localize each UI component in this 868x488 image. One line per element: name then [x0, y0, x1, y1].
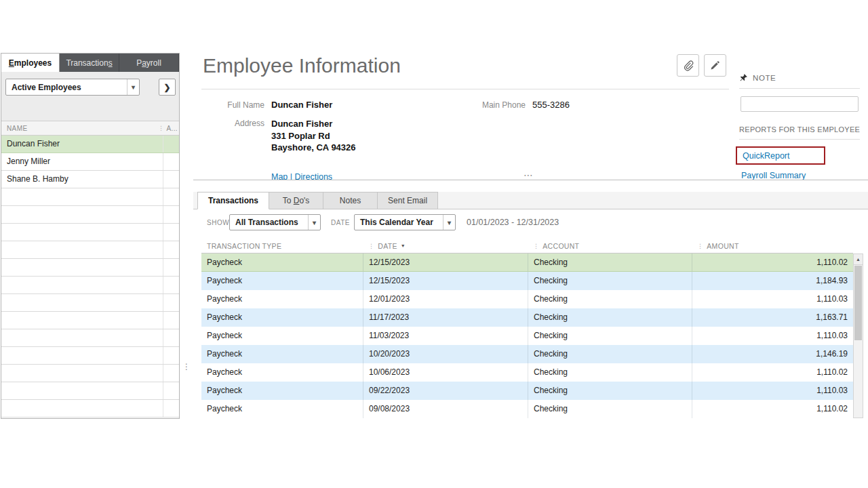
note-input[interactable] — [741, 96, 859, 112]
name-column-header[interactable]: NAME — [1, 125, 28, 132]
tx-cell-account[interactable]: Checking — [528, 345, 692, 363]
tx-cell-amount[interactable]: 1,110.03 — [692, 382, 853, 400]
table-row[interactable]: Paycheck12/15/2023Checking1,184.93 — [201, 272, 853, 290]
tx-cell-type[interactable]: Paycheck — [201, 308, 363, 327]
sidebar-tab-employees[interactable]: Employees — [1, 54, 60, 72]
list-item[interactable]: Shane B. Hamby — [1, 171, 179, 188]
triangle-up-icon: ▲ — [856, 257, 861, 262]
tx-cell-date[interactable]: 09/08/2023 — [363, 400, 528, 418]
date-range-text: 01/01/2023 - 12/31/2023 — [467, 218, 559, 227]
list-item-empty[interactable] — [1, 347, 179, 365]
tx-cell-amount[interactable]: 1,110.02 — [692, 400, 853, 418]
tx-cell-type[interactable]: Paycheck — [201, 290, 363, 308]
tab-sent-email[interactable]: Sent Email — [378, 192, 438, 209]
tx-cell-type[interactable]: Paycheck — [201, 363, 363, 382]
list-item-empty[interactable] — [1, 329, 179, 347]
expand-panel-button[interactable]: ❯ — [159, 79, 176, 96]
payroll-summary-link[interactable]: Payroll Summary — [741, 171, 806, 180]
scroll-up-button[interactable]: ▲ — [854, 254, 863, 265]
tx-cell-date[interactable]: 09/22/2023 — [363, 382, 528, 400]
tx-cell-date[interactable]: 11/03/2023 — [363, 327, 528, 345]
tab-notes[interactable]: Notes — [323, 192, 378, 209]
tx-cell-type[interactable]: Paycheck — [201, 327, 363, 345]
list-item-empty[interactable] — [1, 277, 179, 294]
list-item-empty[interactable] — [1, 382, 179, 400]
tx-cell-type[interactable]: Paycheck — [201, 382, 363, 400]
list-item-empty[interactable] — [1, 241, 179, 259]
tab-transactions[interactable]: Transactions — [197, 192, 269, 209]
list-item-empty[interactable] — [1, 312, 179, 329]
caret-down-icon: ▾ — [443, 215, 455, 230]
tx-cell-amount[interactable]: 1,163.71 — [692, 308, 853, 327]
list-item-empty[interactable] — [1, 259, 179, 277]
tx-cell-type[interactable]: Paycheck — [201, 345, 363, 363]
tx-cell-amount[interactable]: 1,184.93 — [692, 272, 853, 290]
tx-cell-type[interactable]: Paycheck — [201, 253, 363, 271]
tx-cell-date[interactable]: 11/17/2023 — [363, 308, 528, 327]
quickreport-link[interactable]: QuickReport — [743, 151, 789, 161]
tx-cell-type[interactable]: Paycheck — [201, 400, 363, 418]
list-item-empty[interactable] — [1, 365, 179, 382]
tx-cell-account[interactable]: Checking — [528, 382, 692, 400]
tx-cell-date[interactable]: 12/15/2023 — [363, 272, 528, 290]
address-line: Bayshore, CA 94326 — [271, 142, 356, 154]
table-row[interactable]: Paycheck11/03/2023Checking1,110.03 — [201, 327, 853, 345]
column-separator-icon[interactable]: ⋮ — [158, 121, 164, 136]
list-item-empty[interactable] — [1, 400, 179, 418]
tx-cell-account[interactable]: Checking — [528, 272, 692, 290]
edit-employee-button[interactable] — [704, 54, 726, 77]
list-item[interactable]: Duncan Fisher — [1, 136, 179, 153]
tx-cell-account[interactable]: Checking — [528, 400, 692, 418]
tx-cell-amount[interactable]: 1,110.02 — [692, 363, 853, 382]
tx-cell-account[interactable]: Checking — [528, 253, 692, 271]
date-filter-dropdown[interactable]: This Calendar Year ▾ — [354, 214, 456, 230]
column-header-transaction-type[interactable]: TRANSACTION TYPE — [201, 242, 363, 250]
transactions-table-header: TRANSACTION TYPE ⋮ DATE ▼ ⋮ ACCOUNT ⋮ AM… — [201, 239, 853, 253]
pushpin-icon — [739, 73, 748, 82]
tx-cell-type[interactable]: Paycheck — [201, 272, 363, 290]
panel-resize-handle[interactable]: ⋯ — [524, 169, 534, 180]
show-filter-value: All Transactions — [235, 218, 298, 227]
table-row[interactable]: Paycheck10/20/2023Checking1,146.19 — [201, 345, 853, 363]
sidebar-tab-transactions[interactable]: Transactions — [60, 54, 119, 72]
list-item-empty[interactable] — [1, 206, 179, 224]
list-item[interactable]: Jenny Miller — [1, 153, 179, 171]
list-item-empty[interactable] — [1, 224, 179, 241]
column-header-account[interactable]: ⋮ ACCOUNT — [528, 242, 692, 250]
tx-cell-account[interactable]: Checking — [528, 327, 692, 345]
tx-cell-account[interactable]: Checking — [528, 363, 692, 382]
vertical-scrollbar[interactable]: ▲ — [853, 253, 863, 418]
employee-filter-dropdown[interactable]: Active Employees ▾ — [5, 79, 140, 96]
show-filter-dropdown[interactable]: All Transactions ▾ — [229, 214, 321, 230]
tx-cell-date[interactable]: 10/06/2023 — [363, 363, 528, 382]
scrollbar-thumb[interactable] — [854, 266, 862, 340]
tx-cell-date[interactable]: 10/20/2023 — [363, 345, 528, 363]
table-row[interactable]: Paycheck12/15/2023Checking1,110.02 — [201, 253, 853, 272]
tx-cell-amount[interactable]: 1,146.19 — [692, 345, 853, 363]
tx-cell-amount[interactable]: 1,110.02 — [692, 253, 853, 271]
tx-cell-date[interactable]: 12/15/2023 — [363, 253, 528, 271]
tx-cell-date[interactable]: 12/01/2023 — [363, 290, 528, 308]
address-line: Duncan Fisher — [271, 118, 356, 130]
attach-column-header[interactable]: A... — [166, 121, 178, 136]
tx-cell-amount[interactable]: 1,110.03 — [692, 327, 853, 345]
tab-label: To — [283, 196, 294, 205]
table-row[interactable]: Paycheck12/01/2023Checking1,110.03 — [201, 290, 853, 308]
tx-cell-amount[interactable]: 1,110.03 — [692, 290, 853, 308]
map-directions-link[interactable]: Map | Directions — [271, 172, 332, 180]
tab-todos[interactable]: To Do's — [269, 192, 323, 209]
list-item-empty[interactable] — [1, 294, 179, 312]
tx-cell-account[interactable]: Checking — [528, 290, 692, 308]
column-header-amount[interactable]: ⋮ AMOUNT — [692, 242, 853, 250]
list-item-empty[interactable] — [1, 188, 179, 206]
table-row[interactable]: Paycheck09/08/2023Checking1,110.02 — [201, 400, 853, 418]
column-header-date[interactable]: ⋮ DATE ▼ — [363, 242, 528, 250]
table-row[interactable]: Paycheck09/22/2023Checking1,110.03 — [201, 382, 853, 400]
tx-cell-account[interactable]: Checking — [528, 308, 692, 327]
sidebar-tab-payroll[interactable]: Payroll — [119, 54, 179, 72]
panel-splitter-handle[interactable]: ⋮ — [182, 363, 191, 370]
table-row[interactable]: Paycheck10/06/2023Checking1,110.02 — [201, 363, 853, 382]
table-row[interactable]: Paycheck11/17/2023Checking1,163.71 — [201, 308, 853, 327]
full-name-value: Duncan Fisher — [271, 100, 332, 110]
attachments-button[interactable] — [677, 54, 699, 77]
